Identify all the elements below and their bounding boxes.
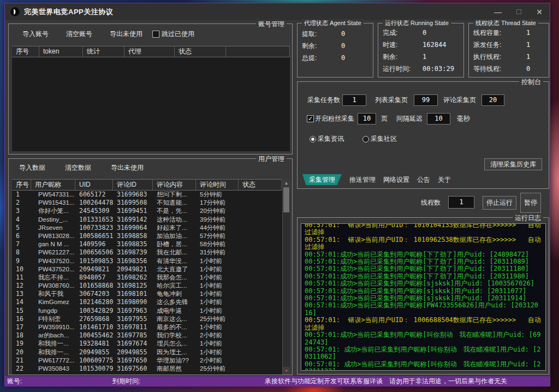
table-row[interactable]: 19和我排一...1932848131697674埋兵怎么...1小时前 — [12, 340, 282, 348]
cell-1: 我忘不掉... — [31, 274, 75, 282]
cell-0: 10 — [12, 265, 31, 274]
skip-used-group[interactable]: 跳过已使用 — [152, 29, 194, 39]
cell-0: 1 — [12, 191, 31, 199]
maximize-button[interactable] — [508, 3, 529, 20]
table-row[interactable]: 6PW813028...100586651831698858加油加油...57分… — [12, 232, 282, 240]
tab-3[interactable]: 公告 — [417, 174, 430, 185]
window-title: 完美世界电竞APP关注协议 — [24, 7, 113, 17]
cell-5: 17分钟前 — [196, 199, 239, 207]
log-line: 00:57:01:成功>当前已采集到用户昵称[下了劲了]用户uid: [2031… — [305, 265, 542, 272]
delay-unit: 毫秒 — [457, 114, 470, 123]
cell-5: 25分钟前 — [196, 365, 239, 373]
fans-collect-checkbox[interactable]: ✓ — [307, 115, 314, 122]
table-row[interactable]: 18ar的bach...100455462931697785我们学校...2小时… — [12, 331, 282, 340]
fans-pages-input[interactable]: 10 — [358, 113, 376, 124]
cell-1: PW621227... — [31, 248, 75, 257]
table-row[interactable]: 9PW437520...101509853031698356有清华没...1小时… — [12, 257, 282, 265]
table-row[interactable]: 1PW547331...606517231699683想问下剩...5分钟前 — [12, 191, 282, 199]
user-col-header-4: 评论内容 — [153, 180, 196, 190]
cell-3: 31697963 — [113, 307, 153, 315]
state-item-value: 1 — [526, 51, 530, 63]
scroll-thumb[interactable] — [283, 187, 289, 212]
table-row[interactable]: 16F特别歪2765986831697955南京这么...25分钟前 — [12, 315, 282, 323]
table-row[interactable]: 17PW359910...101461710731697811最多的不...1小… — [12, 323, 282, 331]
table-row[interactable]: 12PW308760...101658868031698125哈尔滨工...1小… — [12, 282, 282, 290]
skip-used-checkbox[interactable] — [152, 31, 159, 38]
state-item-value: 1 — [526, 39, 530, 51]
table-row[interactable]: 21PW617772...100609775731697650华理加油??2小时… — [12, 357, 282, 365]
delay-input[interactable]: 10 — [427, 113, 450, 124]
cell-3: 31697811 — [113, 323, 153, 331]
cell-1: PW437520... — [31, 265, 75, 274]
tab-0[interactable]: 采集管理 — [302, 174, 342, 185]
scroll-up-icon[interactable]: ▲ — [283, 179, 290, 187]
user-button-1[interactable]: 清空数据 — [65, 163, 91, 173]
console-field-input-0[interactable]: 1 — [342, 94, 366, 106]
tab-4[interactable]: 关于 — [438, 174, 451, 185]
pause-button[interactable]: 暂停 — [520, 193, 541, 213]
table-row[interactable]: 13和风于我3067420331698101龟龟冲刺1小时前 — [12, 290, 282, 298]
user-table-scrollbar[interactable]: ▲ ▼ — [282, 179, 290, 375]
tab-1[interactable]: 推送管理 — [349, 174, 376, 185]
minimize-button[interactable]: — — [487, 3, 508, 20]
table-row[interactable]: 5JRseven100733823231699064好起来了...44分钟前 — [12, 224, 282, 232]
account-table: 序号token统计代理状态 — [12, 46, 290, 151]
cell-3: 31698101 — [113, 290, 153, 298]
thread-count-input[interactable]: 1 — [448, 196, 474, 209]
cell-0: 15 — [12, 307, 31, 315]
user-button-2[interactable]: 导出未使用 — [111, 163, 144, 173]
cell-3: 31698090 — [113, 298, 153, 306]
cell-5: 20分钟前 — [196, 207, 239, 215]
cell-2: 1004554629 — [75, 331, 113, 340]
console-field-input-1[interactable]: 99 — [414, 94, 438, 106]
account-button-0[interactable]: 导入账号 — [22, 29, 49, 39]
agent-state-item-2: 总提:0 — [298, 52, 373, 64]
cell-5: 1小时前 — [196, 282, 239, 290]
account-col-header-1: token — [39, 46, 83, 57]
table-row[interactable]: 22PW350843101530079231697560南邮居然25分钟前 — [12, 365, 282, 373]
cell-1: PW915431... — [31, 199, 75, 207]
table-row[interactable]: 8PW621227...100656506431698739我在北邮...31分… — [12, 248, 282, 257]
scroll-down-icon[interactable]: ▼ — [283, 367, 290, 375]
cell-0: 8 — [12, 248, 31, 257]
tab-2[interactable]: 网络设置 — [383, 174, 409, 185]
account-button-2[interactable]: 导出未使用 — [110, 29, 142, 39]
cell-6 — [239, 340, 282, 348]
cell-5: 39分钟前 — [196, 216, 239, 224]
user-button-0[interactable]: 导入数据 — [19, 163, 45, 173]
cell-1: 和我排一... — [31, 348, 75, 357]
clear-history-button[interactable]: 清理采集历史库 — [484, 158, 542, 170]
cell-6 — [239, 348, 282, 357]
table-row[interactable]: 15fungdp100342829031697963成电牛逼1小时前 — [12, 307, 282, 315]
table-row[interactable]: 14KimGomez102146280031698090这么多先锋1小时前 — [12, 298, 282, 306]
state-item-value: 0 — [341, 28, 345, 40]
stop-run-button[interactable]: 停止运行 — [483, 196, 516, 210]
running-state-item-3: 运行时间:00:03:29 — [378, 63, 463, 75]
title-bar[interactable]: 完美世界电竞APP关注协议 — ✕ — [5, 3, 550, 20]
cell-0: 2 — [12, 199, 31, 207]
table-row[interactable]: 7gan N M ...140959631698835卧槽，居...58分钟前 — [12, 240, 282, 248]
close-button[interactable]: ✕ — [529, 3, 550, 20]
radio-option-0[interactable]: 采集资讯 — [310, 134, 344, 144]
table-row[interactable]: 3你好小笼...2454530931699451不是，凭...20分钟前 — [12, 207, 282, 215]
cell-2: 1015098530 — [75, 257, 113, 265]
table-row[interactable]: 10PW437520...2094982120949821北大直邀了1小时前 — [12, 265, 282, 274]
table-row[interactable]: 11我忘不掉...894805731698262我那会怎...1小时前 — [12, 274, 282, 282]
cell-2: 24545309 — [75, 207, 113, 215]
cell-1: F特别歪 — [31, 315, 75, 323]
console-field-input-2[interactable]: 20 — [481, 94, 504, 106]
state-item-value: 00:03:29 — [423, 63, 454, 75]
cell-2: 27659868 — [75, 315, 113, 323]
cell-5: 1小时前 — [196, 265, 239, 274]
table-row[interactable]: 20和我排一...2094985520949855因为埋土...1小时前 — [12, 348, 282, 357]
cell-4: 埋兵怎么... — [153, 340, 196, 348]
table-row[interactable]: 4Destiny_...101331653931699142这种活动...39分… — [12, 216, 282, 224]
table-row[interactable]: 2PW915431...100264478131699508不知道能...17分… — [12, 199, 282, 207]
run-log-area[interactable]: 00:57:01: 错误>当前用户UID： 1010104133数据库已存在>>… — [301, 223, 546, 371]
cell-6 — [239, 265, 282, 274]
cell-2: 8948057 — [75, 274, 113, 282]
user-col-header-6: 状态 — [239, 180, 282, 190]
cell-6 — [239, 191, 282, 199]
radio-option-1[interactable]: 采集社区 — [362, 134, 397, 144]
account-button-1[interactable]: 清空账号 — [66, 29, 92, 39]
